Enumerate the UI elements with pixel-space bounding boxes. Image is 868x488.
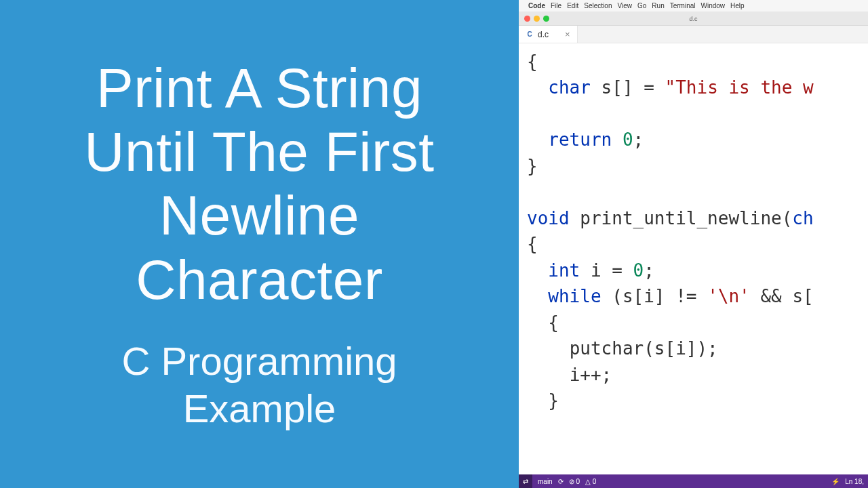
code-line: } xyxy=(527,153,860,179)
window-title: d.c xyxy=(689,16,697,22)
menu-go[interactable]: Go xyxy=(637,2,646,9)
editor-panel: Code File Edit Selection View Go Run Ter… xyxy=(519,0,868,488)
menu-view[interactable]: View xyxy=(618,2,633,9)
code-line: void print_until_newline(ch xyxy=(527,205,860,231)
menu-run[interactable]: Run xyxy=(652,2,664,9)
title-panel: Print A String Until The First Newline C… xyxy=(0,0,519,488)
status-bar: ⇄ main ⟳ ⊘ 0 △ 0 ⚡ Ln 18, xyxy=(519,474,868,488)
subtitle-line: C Programming xyxy=(121,338,397,385)
status-left: ⇄ main ⟳ ⊘ 0 △ 0 xyxy=(523,474,596,488)
git-branch[interactable]: main xyxy=(538,478,553,485)
window-titlebar: d.c xyxy=(519,12,868,26)
minimize-window-button[interactable] xyxy=(534,16,540,22)
code-line: char s[] = "This is the w xyxy=(527,75,860,100)
c-file-icon: C xyxy=(526,30,534,39)
port-icon[interactable]: ⚡ xyxy=(831,478,840,485)
close-window-button[interactable] xyxy=(524,16,530,22)
cursor-position[interactable]: Ln 18, xyxy=(845,478,864,485)
code-line: { xyxy=(527,231,860,257)
code-editor[interactable]: { char s[] = "This is the w return 0;} v… xyxy=(519,43,868,474)
code-line: { xyxy=(527,310,860,336)
code-line: return 0; xyxy=(527,127,860,152)
title-line: Newline xyxy=(84,184,434,247)
tab-bar: C d.c × xyxy=(519,26,868,43)
close-tab-icon[interactable]: × xyxy=(565,29,570,39)
tab-label: d.c xyxy=(538,30,549,39)
menu-window[interactable]: Window xyxy=(701,2,726,9)
code-line: while (s[i] != '\n' && s[ xyxy=(527,283,860,309)
warnings-count[interactable]: △ 0 xyxy=(585,478,596,485)
menu-file[interactable]: File xyxy=(551,2,561,9)
status-right: ⚡ Ln 18, xyxy=(831,478,864,485)
code-line: int i = 0; xyxy=(527,258,860,283)
code-line xyxy=(527,179,860,205)
maximize-window-button[interactable] xyxy=(543,16,549,22)
menu-help[interactable]: Help xyxy=(730,2,745,9)
code-line xyxy=(527,101,860,127)
tab-dc[interactable]: C d.c × xyxy=(519,26,578,43)
code-line: } xyxy=(527,388,860,413)
traffic-lights xyxy=(519,16,549,22)
code-line: i++; xyxy=(527,362,860,388)
subtitle-block: C Programming Example xyxy=(121,338,397,432)
menu-edit[interactable]: Edit xyxy=(567,2,578,9)
title-block: Print A String Until The First Newline C… xyxy=(84,56,434,312)
remote-icon[interactable]: ⇄ xyxy=(519,474,532,488)
code-line: putchar(s[i]); xyxy=(527,336,860,361)
title-line: Print A String xyxy=(84,56,434,120)
title-line: Character xyxy=(84,248,434,312)
mac-menubar: Code File Edit Selection View Go Run Ter… xyxy=(519,0,868,12)
subtitle-line: Example xyxy=(121,385,397,432)
code-line: { xyxy=(527,49,860,75)
errors-count[interactable]: ⊘ 0 xyxy=(569,478,580,485)
sync-icon[interactable]: ⟳ xyxy=(558,478,564,485)
app-menu[interactable]: Code xyxy=(528,2,545,9)
title-line: Until The First xyxy=(84,120,434,184)
menu-selection[interactable]: Selection xyxy=(584,2,612,9)
menu-terminal[interactable]: Terminal xyxy=(670,2,696,9)
